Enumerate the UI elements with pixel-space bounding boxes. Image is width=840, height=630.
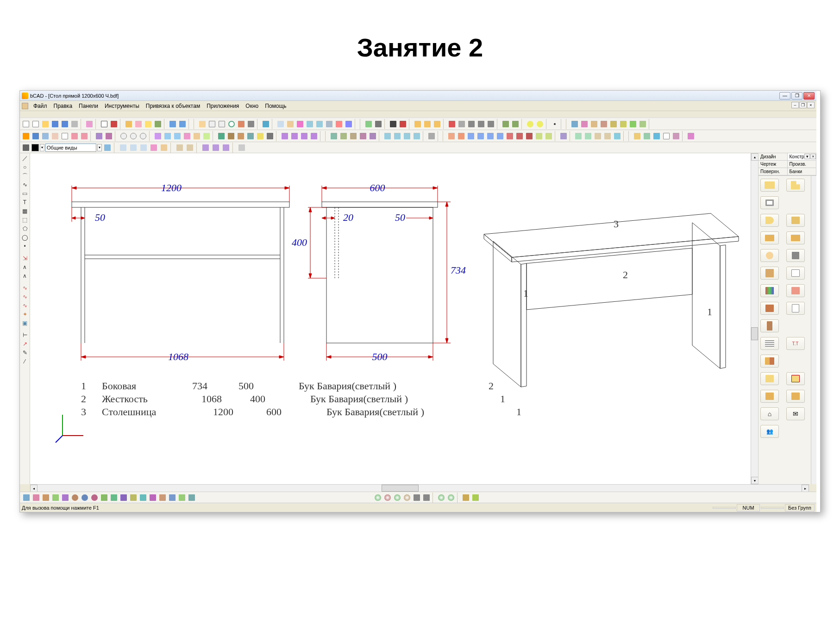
bt-15-icon[interactable]	[158, 493, 167, 502]
wave3-icon[interactable]: ∿	[20, 301, 30, 310]
mh2-icon[interactable]	[290, 131, 299, 141]
s2-icon[interactable]	[339, 131, 348, 141]
save-icon[interactable]	[50, 119, 60, 129]
circle-icon[interactable]	[227, 119, 236, 129]
info-icon[interactable]	[652, 131, 661, 141]
panel-drawer-icon[interactable]	[760, 231, 779, 244]
panel-arrange1-icon[interactable]	[760, 390, 779, 403]
folder3-icon[interactable]	[433, 119, 442, 129]
panel-rect-icon[interactable]	[760, 179, 779, 192]
zoom-out-icon[interactable]	[129, 131, 138, 141]
v10-icon[interactable]	[534, 131, 544, 141]
close-button[interactable]: ✕	[803, 92, 815, 100]
scroll-down-icon[interactable]: ▾	[751, 477, 759, 484]
new2-icon[interactable]	[31, 119, 40, 129]
r2-1-icon[interactable]	[21, 131, 31, 141]
bt-17-icon[interactable]	[177, 493, 187, 502]
scroll-thumb-h[interactable]	[382, 485, 419, 492]
color-swatch[interactable]	[31, 144, 39, 151]
undo-icon[interactable]	[168, 119, 177, 129]
panel-cabinet-icon[interactable]	[760, 267, 779, 280]
t4-icon[interactable]	[412, 131, 421, 141]
panel-mail-icon[interactable]: ✉	[786, 407, 805, 420]
hatch-tool-icon[interactable]: ▦	[20, 207, 30, 215]
bt-7-icon[interactable]	[80, 493, 89, 502]
w1-icon[interactable]	[559, 131, 568, 141]
hand-icon[interactable]	[198, 119, 207, 129]
up2-icon[interactable]: ∧	[20, 272, 30, 280]
pointer-icon[interactable]	[100, 119, 109, 129]
mirror-icon[interactable]	[325, 119, 334, 129]
axes-icon[interactable]	[21, 143, 31, 152]
bolt-icon[interactable]	[153, 119, 163, 129]
menu-window[interactable]: Окно	[242, 102, 262, 110]
cross-icon[interactable]	[389, 119, 398, 129]
bt-12-icon[interactable]	[129, 493, 138, 502]
panel-pin-icon[interactable]: ▾	[804, 154, 810, 159]
bt-tool-icon[interactable]	[471, 493, 480, 502]
pencil-icon[interactable]	[124, 119, 133, 129]
x1-icon[interactable]	[574, 131, 583, 141]
panel-close-icon[interactable]: ×	[810, 154, 816, 159]
line2-icon[interactable]	[476, 119, 486, 129]
x2-icon[interactable]	[583, 131, 593, 141]
bt-9-icon[interactable]	[100, 493, 109, 502]
vertical-scrollbar[interactable]: ▴ ▾	[751, 153, 758, 484]
bt-2-icon[interactable]	[31, 493, 41, 502]
rect-tool-icon[interactable]: ▭	[20, 189, 30, 198]
r2-l2-icon[interactable]	[80, 131, 89, 141]
line3-icon[interactable]	[486, 119, 495, 129]
bt-sph2-icon[interactable]	[383, 493, 392, 502]
snap1-icon[interactable]	[364, 119, 373, 129]
layer-icon[interactable]	[261, 119, 270, 129]
y2-icon[interactable]	[535, 119, 545, 129]
point-tool-icon[interactable]: •	[20, 242, 30, 250]
menu-edit[interactable]: Правка	[50, 102, 76, 110]
panel-mark-icon[interactable]	[760, 372, 779, 385]
panel-people-icon[interactable]: 👥	[760, 425, 779, 438]
v5p-icon[interactable]	[159, 143, 169, 152]
select-rect-icon[interactable]: ⬚	[20, 216, 30, 224]
circle-tool-icon[interactable]: ○	[20, 163, 30, 171]
paste-icon[interactable]	[286, 119, 295, 129]
mh1-icon[interactable]	[280, 131, 289, 141]
v4-icon[interactable]	[476, 131, 485, 141]
shade-icon[interactable]	[265, 131, 275, 141]
mat2-icon[interactable]	[580, 119, 589, 129]
r2-list-icon[interactable]	[60, 131, 69, 141]
export-icon[interactable]	[85, 119, 94, 129]
tab-banks[interactable]: Банки	[788, 168, 817, 175]
print-icon[interactable]	[70, 119, 79, 129]
menu-help[interactable]: Помощь	[262, 102, 289, 110]
zoom-fit-icon[interactable]	[217, 119, 226, 129]
v2p-icon[interactable]	[129, 143, 138, 152]
panel-shelf-icon[interactable]	[786, 267, 805, 280]
panel-split-icon[interactable]	[760, 355, 779, 368]
bt-6-icon[interactable]	[70, 493, 80, 502]
menu-apps[interactable]: Приложения	[203, 102, 242, 110]
bt-sph1-icon[interactable]	[373, 493, 382, 502]
mdi-minimize[interactable]: –	[791, 102, 799, 108]
bt-13-icon[interactable]	[138, 493, 148, 502]
panel-tt-icon[interactable]: T.T	[786, 337, 805, 350]
snap2-icon[interactable]	[374, 119, 383, 129]
panel-list-icon[interactable]	[786, 302, 805, 315]
bt-4-icon[interactable]	[51, 493, 60, 502]
horizontal-scrollbar[interactable]: ◂ ▸	[30, 484, 809, 492]
view-dropdown-arrow[interactable]: ▾	[97, 144, 102, 151]
wave2-icon[interactable]: ∿	[20, 293, 30, 301]
mdi-close[interactable]: ×	[807, 102, 815, 108]
tab-surface[interactable]: Поверхн.	[759, 168, 788, 175]
scroll-thumb-v[interactable]	[751, 327, 758, 340]
array-icon[interactable]	[344, 119, 353, 129]
r2-grid-icon[interactable]	[41, 131, 50, 141]
v9-icon[interactable]	[525, 131, 534, 141]
view-dropdown[interactable]: Общие виды	[45, 143, 96, 152]
t3-icon[interactable]	[402, 131, 412, 141]
mat1-icon[interactable]	[570, 119, 579, 129]
redo-icon[interactable]	[178, 119, 187, 129]
bt-sph7-icon[interactable]	[437, 493, 446, 502]
save-all-icon[interactable]	[60, 119, 69, 129]
move-icon[interactable]	[305, 119, 314, 129]
panel-delete-icon[interactable]	[786, 372, 805, 385]
